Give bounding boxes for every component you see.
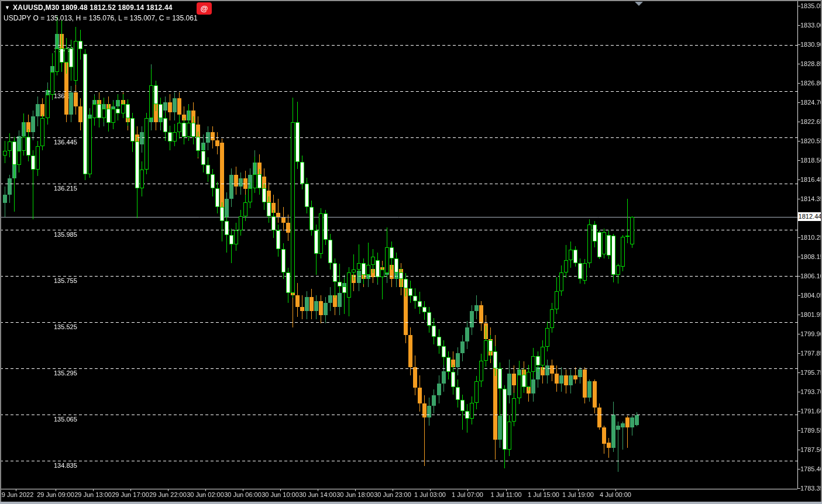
time-axis-label: 30 Jun 23:00 bbox=[374, 491, 411, 498]
time-axis-label: 30 Jun 10:00 bbox=[262, 491, 299, 498]
at-button[interactable]: @ bbox=[197, 2, 212, 15]
time-axis-label: 30 Jun 02:00 bbox=[187, 491, 224, 498]
overlay-ohlc-line: USDJPY O = 135.013, H = 135.076, L = 135… bbox=[4, 14, 198, 22]
time-axis-label: 1 Jul 15:00 bbox=[528, 491, 559, 498]
price-axis-label: 1816.45 bbox=[800, 176, 822, 183]
bar-ohlc-values: 1809.48 1812.52 1809.14 1812.44 bbox=[59, 4, 172, 12]
window-border-left bbox=[0, 0, 1, 504]
price-axis-label: 1818.50 bbox=[800, 157, 822, 164]
price-axis-label: 1824.70 bbox=[800, 99, 822, 106]
time-axis-label: 30 Jun 14:00 bbox=[299, 491, 336, 498]
price-axis-label: 1793.70 bbox=[800, 388, 822, 395]
window-border-top bbox=[0, 0, 822, 1]
price-axis-label: 1828.85 bbox=[800, 60, 822, 67]
price-axis-label: 1801.95 bbox=[800, 311, 822, 318]
price-axis-label: 1795.75 bbox=[800, 369, 822, 376]
price-axis-label: 1814.35 bbox=[800, 195, 822, 202]
time-axis-label: 1 Jul 07:00 bbox=[452, 491, 483, 498]
price-axis-label: 1806.10 bbox=[800, 272, 822, 279]
price-axis-separator bbox=[797, 1, 798, 489]
symbol-ohlc-line: ▼XAUUSD,M30 1809.48 1812.52 1809.14 1812… bbox=[5, 4, 173, 12]
price-axis-label: 1808.15 bbox=[800, 253, 822, 260]
candlestick-chart[interactable] bbox=[0, 0, 822, 504]
price-axis-label: 1789.55 bbox=[800, 427, 822, 434]
time-axis-label: 1 Jul 19:00 bbox=[562, 491, 594, 498]
chart-shift-icon[interactable] bbox=[635, 2, 643, 6]
price-axis-label: 1785.40 bbox=[800, 465, 822, 472]
chevron-down-icon[interactable]: ▼ bbox=[5, 5, 10, 11]
time-axis-label: 4 Jul 00:00 bbox=[600, 491, 631, 498]
time-axis-label: 29 Jun 13:00 bbox=[74, 491, 112, 498]
price-axis-label: 1791.60 bbox=[800, 408, 822, 415]
price-axis-label: 1810.25 bbox=[800, 234, 822, 241]
time-axis-label: 30 Jun 06:00 bbox=[224, 491, 262, 498]
price-axis-label: 1799.90 bbox=[800, 330, 822, 337]
time-axis-label: 1 Jul 03:00 bbox=[414, 491, 446, 498]
mt4-chart-window: ▼XAUUSD,M30 1809.48 1812.52 1809.14 1812… bbox=[0, 0, 822, 504]
window-border-bottom bbox=[0, 502, 822, 504]
time-axis-separator bbox=[0, 489, 797, 489]
time-axis-label: 1 Jul 11:00 bbox=[490, 491, 521, 498]
symbol-label: XAUUSD,M30 bbox=[13, 4, 59, 12]
price-axis-label: 1822.65 bbox=[800, 118, 822, 125]
price-axis-label: 1787.50 bbox=[800, 446, 822, 453]
price-axis-label: 1783.35 bbox=[800, 485, 822, 492]
price-axis-label: 1826.80 bbox=[800, 80, 822, 87]
time-axis-label: 29 Jun 09:00 bbox=[37, 491, 74, 498]
time-axis-label: 29 Jun 17:00 bbox=[112, 491, 149, 498]
price-axis-label: 1833.00 bbox=[800, 22, 822, 29]
time-axis-label: 29 Jun 2022 bbox=[0, 491, 33, 498]
price-axis-label: 1835.05 bbox=[800, 2, 822, 9]
price-axis-label: 1797.85 bbox=[800, 350, 822, 357]
time-axis-label: 29 Jun 22:00 bbox=[149, 491, 187, 498]
price-axis-label: 1804.05 bbox=[800, 292, 822, 299]
time-axis-label: 30 Jun 18:00 bbox=[336, 491, 374, 498]
price-axis-label: 1830.90 bbox=[800, 41, 822, 48]
price-axis-label: 1820.55 bbox=[800, 137, 822, 144]
current-price-tag: 1812.44 bbox=[798, 212, 822, 221]
